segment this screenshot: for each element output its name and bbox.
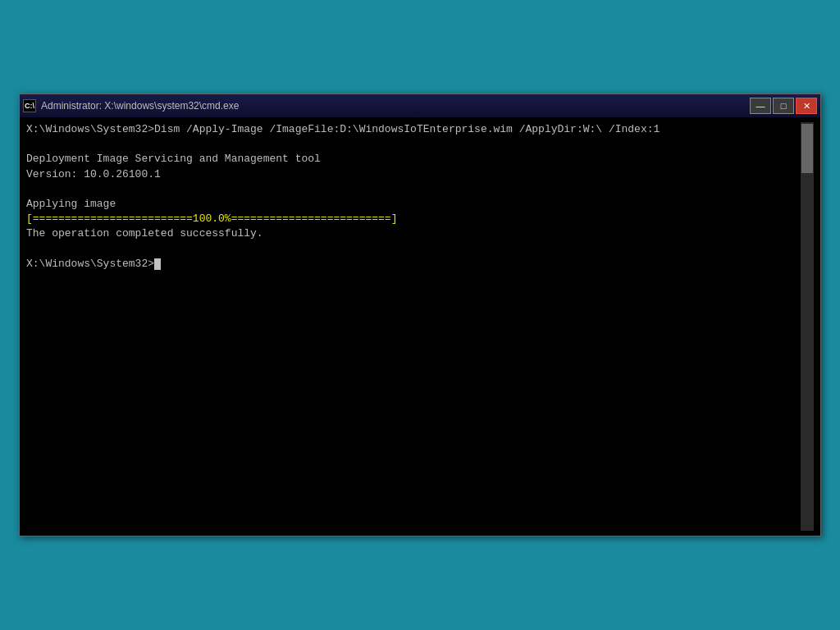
command-line: X:\Windows\System32>Dism /Apply-Image /I… bbox=[26, 123, 660, 135]
console-content: X:\Windows\System32>Dism /Apply-Image /I… bbox=[26, 122, 801, 531]
scrollbar[interactable] bbox=[801, 122, 814, 531]
console-output: X:\Windows\System32>Dism /Apply-Image /I… bbox=[26, 122, 801, 272]
scrollbar-thumb[interactable] bbox=[801, 124, 813, 173]
minimize-button[interactable]: — bbox=[750, 98, 771, 114]
cursor bbox=[154, 258, 161, 270]
title-bar-buttons: — □ ✕ bbox=[750, 98, 817, 114]
title-bar-left: C:\ Administrator: X:\windows\system32\c… bbox=[23, 99, 239, 112]
result-text: The operation completed successfully. bbox=[26, 227, 263, 240]
cmd-icon: C:\ bbox=[23, 99, 36, 112]
console-area: X:\Windows\System32>Dism /Apply-Image /I… bbox=[20, 117, 820, 536]
close-button[interactable]: ✕ bbox=[796, 98, 817, 114]
cmd-window: C:\ Administrator: X:\windows\system32\c… bbox=[19, 94, 821, 536]
version: Version: 10.0.26100.1 bbox=[26, 168, 161, 180]
applying-image: Applying image bbox=[26, 198, 116, 210]
prompt-line: X:\Windows\System32> bbox=[26, 258, 161, 270]
window-title: Administrator: X:\windows\system32\cmd.e… bbox=[41, 100, 239, 112]
progress-bar: [=========================100.0%========… bbox=[26, 212, 397, 225]
title-bar: C:\ Administrator: X:\windows\system32\c… bbox=[20, 94, 820, 117]
tool-name: Deployment Image Servicing and Managemen… bbox=[26, 153, 321, 165]
maximize-button[interactable]: □ bbox=[773, 98, 794, 114]
